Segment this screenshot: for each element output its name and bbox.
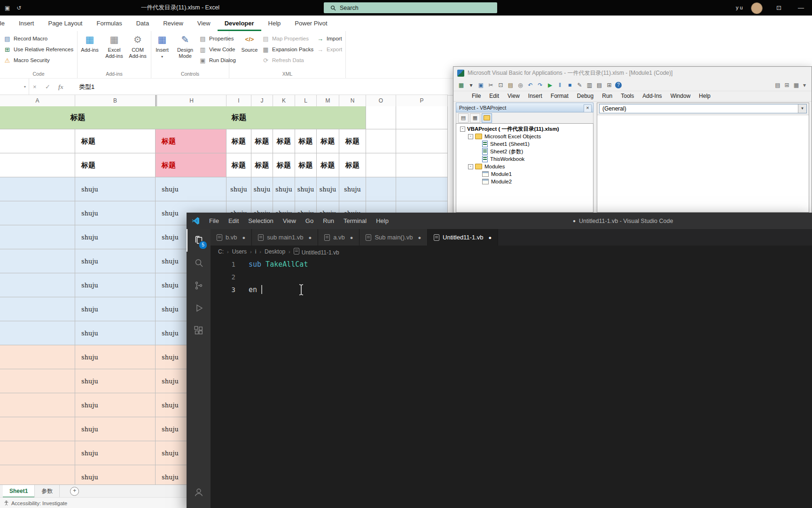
cell-B2[interactable]: 标题 <box>75 129 156 153</box>
cell-I2[interactable]: 标题 <box>226 129 251 153</box>
extensions-icon[interactable] <box>187 319 211 342</box>
vscode-menu-go[interactable]: Go <box>301 213 318 229</box>
cell-A12[interactable] <box>0 369 75 393</box>
cell-K3[interactable]: 标题 <box>273 153 295 177</box>
vscode-menu-terminal[interactable]: Terminal <box>339 213 371 229</box>
ribbon-tab-insert[interactable]: Insert <box>12 16 41 31</box>
editor-tab-untitled11-1-vb[interactable]: Untitled11-1.vb● <box>428 229 498 246</box>
cell-P2[interactable] <box>396 129 448 153</box>
view-code-icon[interactable]: ▤ <box>458 113 468 123</box>
copy-icon[interactable]: ⊡ <box>497 82 505 88</box>
record-macro-button[interactable]: ▤ Record Macro <box>4 34 47 43</box>
explorer-icon[interactable]: 5 <box>187 229 211 252</box>
column-header-M[interactable]: M <box>317 95 339 107</box>
cell-P3[interactable] <box>396 153 448 177</box>
properties-window-icon[interactable]: ▤ <box>595 82 603 88</box>
breadcrumb-item-i[interactable]: i <box>255 248 257 255</box>
cell-B14[interactable]: shuju <box>75 417 156 441</box>
save-icon[interactable]: ▣ <box>5 5 10 11</box>
cell-B15[interactable]: shuju <box>75 441 156 465</box>
vba-menu-view[interactable]: View <box>503 91 524 101</box>
cell-B3[interactable]: 标题 <box>75 153 156 177</box>
cell-L2[interactable]: 标题 <box>295 129 317 153</box>
vba-menu-add-ins[interactable]: Add-Ins <box>638 91 666 101</box>
cell-P1[interactable] <box>396 106 448 129</box>
tree-item-thisworkbook[interactable]: ThisWorkbook <box>456 155 593 163</box>
user-name[interactable]: y u <box>736 0 743 16</box>
cell-B13[interactable]: shuju <box>75 393 156 417</box>
object-browser-icon[interactable]: ⊞ <box>605 82 613 88</box>
vba-menu-window[interactable]: Window <box>666 91 695 101</box>
column-header-K[interactable]: K <box>273 95 295 107</box>
vba-menu-debug[interactable]: Debug <box>573 91 598 101</box>
editor-tab-sub-main-vb[interactable]: Sub main().vb● <box>359 229 428 246</box>
vba-menu-insert[interactable]: Insert <box>524 91 547 101</box>
cell-A14[interactable] <box>0 417 75 441</box>
excel-icon[interactable]: ▦ <box>457 82 465 88</box>
cell-O4[interactable] <box>366 177 396 201</box>
cell-A11[interactable] <box>0 345 75 369</box>
search-icon[interactable] <box>187 252 211 274</box>
ribbon-tab-developer[interactable]: Developer <box>218 16 261 31</box>
cell-B7[interactable]: shuju <box>75 249 156 273</box>
cell-A15[interactable] <box>0 441 75 465</box>
cut-icon[interactable]: ✂ <box>487 82 495 88</box>
cancel-icon[interactable]: × <box>33 79 37 95</box>
undo-icon[interactable]: ↶ <box>526 82 534 88</box>
cell-A6[interactable] <box>0 225 75 249</box>
tree-item-module2[interactable]: Module2 <box>456 178 593 185</box>
cell-A8[interactable] <box>0 273 75 297</box>
object-browser-icon[interactable]: ⊞ <box>785 82 789 88</box>
cell-P4[interactable] <box>396 177 448 201</box>
insert-control-button[interactable]: ▦ Insert ▾ <box>152 34 172 73</box>
find-icon[interactable]: ◎ <box>516 82 524 88</box>
source-button[interactable]: </> Source <box>239 34 260 73</box>
expansion-packs-button[interactable]: ▦ Expansion Packs <box>262 45 313 54</box>
cell-B4[interactable]: shuju <box>75 177 156 201</box>
cell-B5[interactable]: shuju <box>75 201 156 225</box>
cell-J4[interactable]: shuju <box>251 177 273 201</box>
toolbox-icon[interactable]: ▦ <box>794 82 799 88</box>
save-icon[interactable]: ▣ <box>477 82 485 88</box>
paste-icon[interactable]: ▤ <box>507 82 515 88</box>
object-dropdown[interactable]: (General) ▼ <box>599 104 807 113</box>
refresh-data-button[interactable]: ⟳ Refresh Data <box>262 56 304 65</box>
cell-N3[interactable]: 标题 <box>339 153 366 177</box>
column-header-N[interactable]: N <box>339 95 366 107</box>
tree-item-microsoft-excel-objects[interactable]: -Microsoft Excel Objects <box>456 133 593 140</box>
map-properties-button[interactable]: ▤ Map Properties <box>262 34 309 43</box>
merged-title-band[interactable]: 标题标题 <box>0 106 366 129</box>
ribbon-tab-review[interactable]: Review <box>156 16 190 31</box>
accessibility-status[interactable]: Accessibility: Investigate <box>11 500 67 506</box>
column-header-P[interactable]: P <box>396 95 448 107</box>
cell-A3[interactable] <box>0 153 75 177</box>
dropdown-caret-icon[interactable]: ▾ <box>803 82 806 88</box>
breadcrumb-item-untitled11-1-vb[interactable]: Untitled11-1.vb <box>294 248 339 256</box>
macro-security-button[interactable]: ⚠ Macro Security <box>4 56 50 65</box>
expand-box-icon[interactable]: - <box>468 164 473 169</box>
cell-H3[interactable]: 标题 <box>156 153 226 177</box>
ribbon-tab-page-layout[interactable]: Page Layout <box>41 16 89 31</box>
cell-M2[interactable]: 标题 <box>317 129 339 153</box>
run-debug-icon[interactable] <box>187 297 211 319</box>
cell-B10[interactable]: shuju <box>75 321 156 345</box>
cell-K4[interactable]: shuju <box>273 177 295 201</box>
cell-A4[interactable] <box>0 177 75 201</box>
view-object-icon[interactable]: ▦ <box>470 113 480 123</box>
column-header-L[interactable]: L <box>295 95 317 107</box>
editor-tab-b-vb[interactable]: b.vb● <box>211 229 252 246</box>
vba-menu-edit[interactable]: Edit <box>485 91 503 101</box>
cell-A13[interactable] <box>0 393 75 417</box>
cell-H4[interactable]: shuju <box>156 177 226 201</box>
cell-L4[interactable]: shuju <box>295 177 317 201</box>
sheet-tab-参数[interactable]: 参数 <box>35 485 60 498</box>
column-header-J[interactable]: J <box>251 95 273 107</box>
breadcrumb-item-users[interactable]: Users <box>232 248 247 255</box>
toggle-folders-icon[interactable] <box>482 113 492 123</box>
column-header-O[interactable]: O <box>366 95 396 107</box>
cell-A10[interactable] <box>0 321 75 345</box>
cell-N4[interactable]: shuju <box>339 177 366 201</box>
vba-menu-file[interactable]: File <box>468 91 485 101</box>
cell-I3[interactable]: 标题 <box>226 153 251 177</box>
cell-B9[interactable]: shuju <box>75 297 156 321</box>
